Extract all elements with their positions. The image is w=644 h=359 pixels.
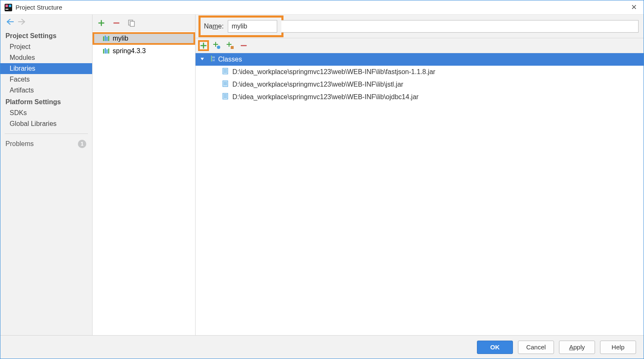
sidebar-item-modules[interactable]: Modules <box>0 52 92 63</box>
titlebar: Project Structure ✕ <box>0 0 644 15</box>
sidebar-item-facets[interactable]: Facets <box>0 74 92 85</box>
library-detail-panel: Name: <box>196 15 644 335</box>
classpath-file-path: D:\idea_workplace\springmvc123\web\WEB-I… <box>232 93 419 101</box>
nav-arrows <box>0 17 92 30</box>
name-row: Name: <box>196 15 644 38</box>
library-list-panel: mylib spring4.3.3 <box>93 15 196 335</box>
svg-rect-5 <box>130 21 134 26</box>
classpath-tree: 0110 Classes D:\idea_workplace\springmvc… <box>196 53 644 335</box>
svg-rect-20 <box>224 71 227 71</box>
svg-rect-10 <box>103 49 104 54</box>
sidebar-divider <box>5 133 88 134</box>
name-label: Name: <box>204 23 224 30</box>
svg-rect-8 <box>106 37 108 41</box>
classes-label: Classes <box>218 56 242 63</box>
jar-icon <box>222 68 228 76</box>
section-project-settings: Project Settings <box>0 30 92 41</box>
library-icon <box>103 35 109 42</box>
add-from-maven-button[interactable] <box>212 41 222 50</box>
cancel-button[interactable]: Cancel <box>518 341 554 354</box>
window-title: Project Structure <box>15 4 629 11</box>
jar-icon <box>222 80 228 89</box>
copy-library-button[interactable] <box>127 18 136 28</box>
add-documentation-button[interactable] <box>226 41 235 50</box>
library-item-label: mylib <box>113 35 128 42</box>
classes-icon: 0110 <box>208 55 215 64</box>
svg-rect-1 <box>5 5 8 7</box>
problems-label: Problems <box>5 140 34 148</box>
svg-rect-3 <box>5 9 8 10</box>
svg-rect-24 <box>224 83 227 84</box>
classpath-file-path: D:\idea_workplace\springmvc123\web\WEB-I… <box>232 81 403 88</box>
svg-rect-28 <box>224 96 227 96</box>
name-field-group: Name: <box>201 18 281 35</box>
svg-rect-13 <box>108 49 109 54</box>
problems-count-badge: 1 <box>78 140 86 148</box>
svg-rect-29 <box>224 97 227 97</box>
svg-text:01: 01 <box>212 56 215 59</box>
nav-back-icon[interactable] <box>6 19 18 26</box>
close-button[interactable]: ✕ <box>629 3 639 12</box>
library-item-mylib[interactable]: mylib <box>93 32 195 45</box>
svg-rect-23 <box>224 82 227 82</box>
library-name-input[interactable] <box>228 20 277 33</box>
dialog-footer: OK Cancel Apply Help <box>0 335 644 359</box>
add-library-button[interactable] <box>97 18 106 28</box>
library-item-label: spring4.3.3 <box>113 47 146 55</box>
remove-library-button[interactable] <box>112 18 121 28</box>
svg-rect-27 <box>224 95 227 95</box>
sidebar-item-project[interactable]: Project <box>0 41 92 52</box>
svg-rect-19 <box>224 69 227 70</box>
svg-rect-21 <box>224 72 227 72</box>
help-button[interactable]: Help <box>600 341 636 354</box>
svg-rect-25 <box>224 85 227 85</box>
sidebar-item-sdks[interactable]: SDKs <box>0 108 92 118</box>
remove-item-button[interactable] <box>239 41 248 50</box>
classpath-file[interactable]: D:\idea_workplace\springmvc123\web\WEB-I… <box>196 66 644 78</box>
svg-point-14 <box>217 46 220 49</box>
sidebar-item-problems[interactable]: Problems 1 <box>0 138 92 150</box>
jar-icon <box>222 93 228 101</box>
svg-text:10: 10 <box>212 59 215 62</box>
classpath-file[interactable]: D:\idea_workplace\springmvc123\web\WEB-I… <box>196 78 644 91</box>
classes-node[interactable]: 0110 Classes <box>196 53 644 66</box>
svg-rect-6 <box>103 36 104 41</box>
svg-rect-7 <box>105 36 106 41</box>
library-list: mylib spring4.3.3 <box>93 31 195 335</box>
svg-rect-15 <box>231 46 234 49</box>
project-structure-dialog: Project Structure ✕ Project Settings Pro… <box>0 0 644 359</box>
section-platform-settings: Platform Settings <box>0 96 92 108</box>
library-toolbar <box>93 15 195 31</box>
sidebar-item-artifacts[interactable]: Artifacts <box>0 85 92 96</box>
expand-icon <box>200 56 205 63</box>
sidebar: Project Settings Project Modules Librari… <box>0 15 93 335</box>
sidebar-item-global-libraries[interactable]: Global Libraries <box>0 118 92 129</box>
svg-rect-12 <box>106 49 108 54</box>
svg-rect-2 <box>9 5 11 7</box>
ok-button[interactable]: OK <box>477 341 513 354</box>
detail-toolbar <box>196 38 644 53</box>
library-icon <box>103 48 109 54</box>
library-name-input-ext[interactable] <box>281 20 639 33</box>
svg-rect-9 <box>108 36 109 41</box>
library-item-spring[interactable]: spring4.3.3 <box>93 45 195 57</box>
sidebar-item-libraries[interactable]: Libraries <box>0 63 92 74</box>
classpath-file[interactable]: D:\idea_workplace\springmvc123\web\WEB-I… <box>196 91 644 103</box>
add-item-button[interactable] <box>199 41 208 50</box>
svg-rect-11 <box>105 48 106 54</box>
apply-button[interactable]: Apply <box>559 341 595 354</box>
nav-forward-icon[interactable] <box>18 19 28 26</box>
app-icon <box>5 4 12 11</box>
classpath-file-path: D:\idea_workplace\springmvc123\web\WEB-I… <box>232 68 435 76</box>
